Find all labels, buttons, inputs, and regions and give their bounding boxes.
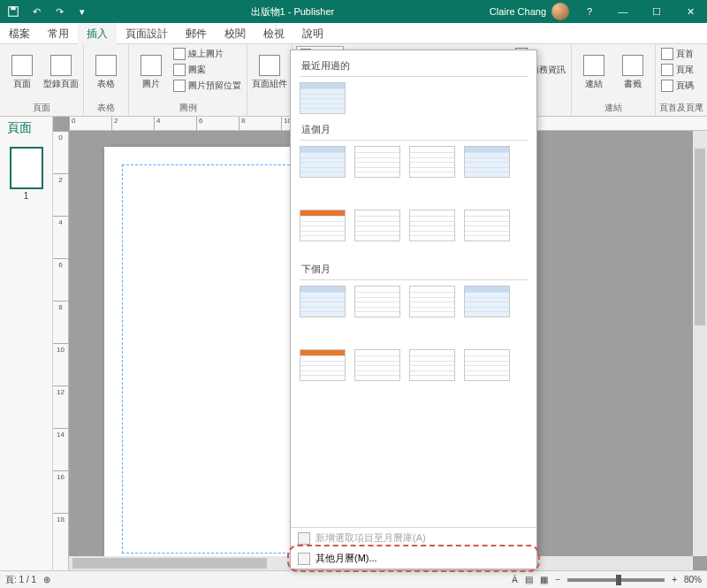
section-recently-used: 最近用過的: [301, 59, 528, 73]
calendar-template[interactable]: [354, 286, 400, 317]
pages-pane: 頁面 1: [0, 117, 53, 570]
group-building-blocks: 頁面組件: [247, 44, 293, 116]
calendar-template[interactable]: [354, 210, 400, 241]
calendar-template[interactable]: [409, 286, 455, 317]
user-area[interactable]: Claire Chang: [490, 3, 573, 20]
tab-page-design[interactable]: 頁面設計: [117, 23, 177, 44]
save-button[interactable]: [4, 2, 23, 21]
footer-icon: [661, 64, 673, 76]
shapes-icon: [173, 64, 186, 76]
tab-home[interactable]: 常用: [39, 23, 78, 44]
more-calendars-icon: [298, 553, 310, 565]
gallery-scroll-area[interactable]: 最近用過的 這個月 下個月: [291, 50, 536, 527]
page-thumbnail-number: 1: [24, 191, 29, 201]
page-number-icon: [661, 80, 673, 92]
calendar-template[interactable]: [300, 210, 346, 241]
table-button[interactable]: 表格: [87, 46, 125, 99]
undo-button[interactable]: ↶: [27, 2, 46, 21]
pictures-icon: [141, 55, 162, 76]
pictures-button[interactable]: 圖片: [133, 46, 170, 99]
calendar-template[interactable]: [300, 82, 346, 114]
catalog-pages-icon: [50, 55, 72, 76]
calendar-template[interactable]: [464, 286, 510, 317]
window-title: 出版物1 - Publisher: [95, 5, 490, 19]
zoom-in-button[interactable]: +: [672, 575, 677, 584]
group-pages: 頁面 型錄頁面 頁面: [0, 44, 84, 116]
scrollbar-thumb[interactable]: [695, 149, 705, 325]
qat-more-button[interactable]: ▾: [72, 2, 92, 21]
group-illustrations: 圖片 線上圖片 圖案 圖片預留位置 圖例: [129, 44, 247, 116]
tab-help[interactable]: 說明: [293, 23, 332, 44]
title-bar: ↶ ↷ ▾ 出版物1 - Publisher Claire Chang ? — …: [0, 0, 707, 23]
svg-rect-1: [11, 7, 15, 11]
tab-file[interactable]: 檔案: [0, 23, 39, 44]
tab-view[interactable]: 檢視: [255, 23, 293, 44]
header-icon: [661, 48, 673, 60]
online-pictures-button[interactable]: 線上圖片: [171, 46, 243, 62]
tab-mailings[interactable]: 郵件: [177, 23, 216, 44]
calendar-gallery-dropdown: 最近用過的 這個月 下個月: [290, 50, 537, 569]
scrollbar-thumb[interactable]: [72, 558, 267, 569]
zoom-slider[interactable]: [567, 578, 665, 582]
calendar-template[interactable]: [409, 146, 455, 178]
status-bar: 頁: 1 / 1 ⊕ Ǎ ▤ ▦ − + 80%: [0, 570, 707, 588]
calendar-template[interactable]: [464, 210, 510, 241]
group-label: 圖例: [133, 100, 243, 114]
status-page-indicator[interactable]: 頁: 1 / 1: [5, 574, 36, 586]
margin-guide: [122, 164, 299, 554]
table-icon: [95, 55, 117, 76]
section-this-month: 這個月: [301, 123, 528, 136]
page-parts-icon: [259, 55, 280, 76]
link-button[interactable]: 連結: [575, 46, 612, 99]
page-button[interactable]: 頁面: [4, 46, 41, 99]
zoom-out-button[interactable]: −: [555, 575, 560, 584]
window-controls: ? — ☐ ✕: [573, 0, 707, 23]
calendar-template[interactable]: [464, 146, 510, 178]
help-button[interactable]: ?: [573, 0, 606, 23]
calendar-template[interactable]: [464, 349, 510, 381]
minimize-button[interactable]: —: [606, 0, 640, 23]
group-tables: 表格 表格: [84, 44, 129, 116]
group-links: 連結 書籤 連結: [572, 44, 656, 116]
publication-page[interactable]: [104, 147, 316, 556]
group-label: 表格: [87, 100, 125, 114]
calendar-template[interactable]: [354, 349, 400, 381]
two-page-view-button[interactable]: ▦: [540, 575, 548, 584]
link-icon: [583, 55, 604, 76]
page-thumbnail[interactable]: [10, 147, 43, 189]
bookmark-button[interactable]: 書籤: [614, 46, 651, 99]
calendar-template[interactable]: [300, 146, 346, 178]
vertical-scrollbar[interactable]: [693, 131, 707, 556]
shapes-button[interactable]: 圖案: [171, 62, 243, 78]
zoom-slider-thumb[interactable]: [616, 575, 621, 585]
tab-review[interactable]: 校閱: [216, 23, 255, 44]
quick-access-toolbar: ↶ ↷ ▾: [0, 2, 95, 21]
page-parts-button[interactable]: 頁面組件: [251, 46, 288, 99]
close-button[interactable]: ✕: [673, 0, 707, 23]
tab-insert[interactable]: 插入: [78, 23, 117, 44]
footer-button[interactable]: 頁尾: [659, 62, 696, 78]
section-next-month: 下個月: [301, 263, 528, 276]
catalog-pages-button[interactable]: 型錄頁面: [42, 46, 80, 99]
zoom-level[interactable]: 80%: [684, 575, 702, 584]
add-to-gallery-item: 新增選取項目至月曆庫(A): [291, 528, 536, 548]
single-page-view-button[interactable]: ▤: [525, 575, 533, 584]
ime-indicator: Ǎ: [512, 575, 518, 584]
avatar-icon: [551, 3, 569, 20]
gallery-footer: 新增選取項目至月曆庫(A) 其他月曆(M)...: [291, 527, 536, 569]
header-button[interactable]: 頁首: [659, 46, 696, 62]
redo-button[interactable]: ↷: [49, 2, 69, 21]
calendar-template[interactable]: [409, 210, 455, 241]
collapse-ribbon-button[interactable]: ^: [697, 103, 702, 112]
more-calendars-item[interactable]: 其他月曆(M)...: [291, 548, 536, 569]
maximize-button[interactable]: ☐: [640, 0, 673, 23]
page-number-button[interactable]: 頁碼: [659, 78, 696, 94]
ribbon-tabs: 檔案 常用 插入 頁面設計 郵件 校閱 檢視 說明: [0, 23, 707, 44]
vertical-ruler[interactable]: 024681012141618: [53, 131, 69, 570]
picture-placeholder-button[interactable]: 圖片預留位置: [171, 78, 243, 94]
calendar-template[interactable]: [409, 349, 455, 381]
calendar-template[interactable]: [300, 349, 346, 381]
online-pictures-icon: [173, 48, 186, 60]
calendar-template[interactable]: [300, 286, 346, 317]
calendar-template[interactable]: [354, 146, 400, 178]
